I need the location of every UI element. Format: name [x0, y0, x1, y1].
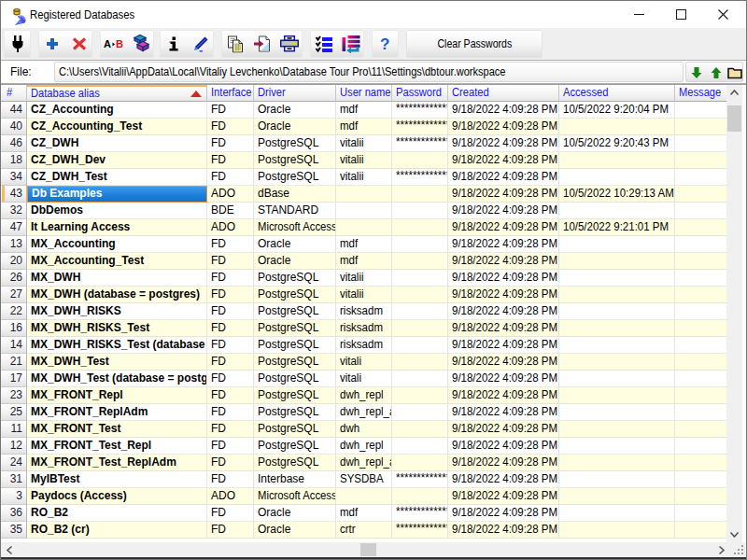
svg-text:A: A [104, 38, 111, 49]
svg-text:B: B [116, 38, 123, 49]
svg-text:?: ? [380, 35, 389, 52]
